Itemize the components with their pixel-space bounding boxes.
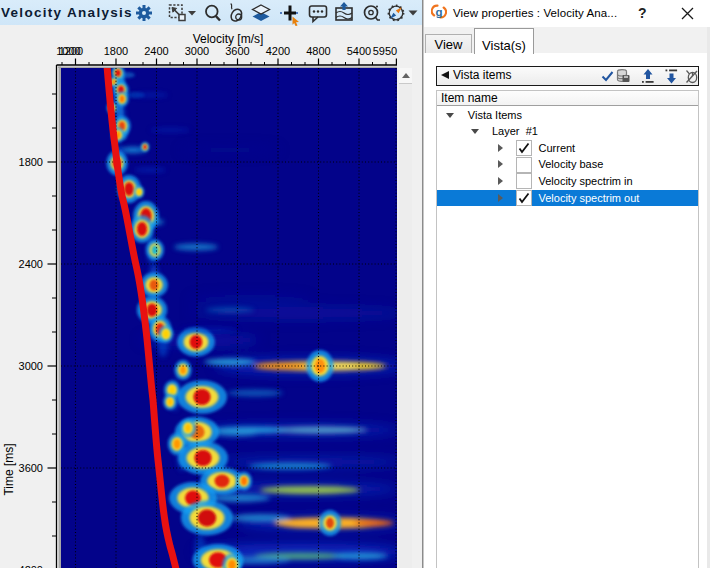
- svg-text:g: g: [436, 6, 443, 18]
